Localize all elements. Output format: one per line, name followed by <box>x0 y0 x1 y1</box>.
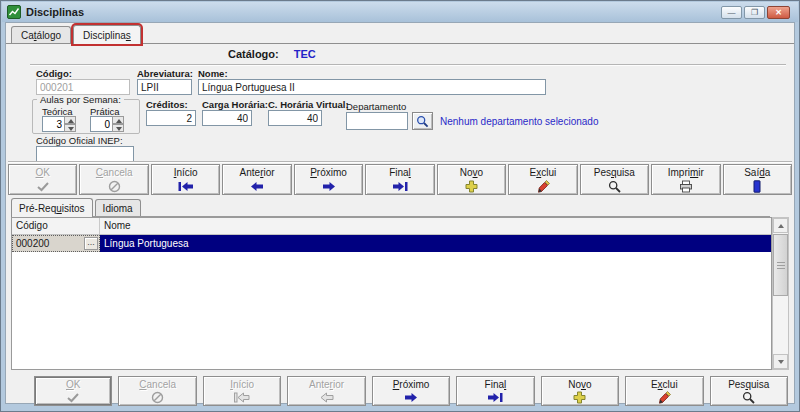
button-label: Cancela <box>96 167 133 179</box>
nome-field[interactable] <box>198 79 546 95</box>
dialog-body: CatálogoDisciplinas Catálogo: TEC Código… <box>5 22 795 404</box>
button-label: Saída <box>744 167 770 179</box>
window-title: Disciplinas <box>26 6 84 18</box>
button-label: Próximo <box>310 167 347 179</box>
toolbar-bottom: OKCancelaInícioAnteriorPróximoFinalNovoE… <box>34 376 788 406</box>
maximize-button[interactable]: ❐ <box>744 6 765 19</box>
spin-up-button[interactable] <box>112 116 124 124</box>
imprimir-button[interactable]: Imprimir <box>651 164 720 195</box>
novo-button[interactable]: Novo <box>437 164 506 195</box>
print-icon <box>679 179 693 193</box>
ok-button[interactable]: OK <box>34 376 112 406</box>
tab-disciplinas[interactable]: Disciplinas <box>73 25 141 44</box>
subtab-strip: Pré-RequisitosIdioma <box>11 198 770 217</box>
proximo-button[interactable]: Próximo <box>372 376 450 406</box>
final-button[interactable]: Final <box>456 376 534 406</box>
tab-catalogo[interactable]: Catálogo <box>11 26 71 43</box>
codigo-field[interactable] <box>36 79 130 95</box>
novo-button[interactable]: Novo <box>541 376 619 406</box>
button-label: Início <box>174 167 198 179</box>
button-label: Exclui <box>651 379 678 391</box>
final-button[interactable]: Final <box>365 164 434 195</box>
nome-label: Nome: <box>198 68 228 79</box>
column-header-nome: Nome <box>100 218 771 234</box>
button-label: Início <box>230 379 254 391</box>
titlebar: Disciplinas —❐✕ <box>2 2 798 22</box>
carga-horaria-field[interactable] <box>202 110 252 126</box>
vertical-scrollbar[interactable] <box>772 217 789 370</box>
teorica-spinner <box>42 116 76 132</box>
cancela-button[interactable]: Cancela <box>118 376 196 406</box>
next-icon <box>404 391 418 405</box>
button-label: Novo <box>460 167 483 179</box>
departamento-label: Departamento <box>346 101 406 112</box>
divider <box>8 161 792 163</box>
cancel-icon <box>151 391 164 405</box>
codigo-inep-field[interactable] <box>36 146 134 162</box>
codigo-inep-label: Código Oficial INEP: <box>36 135 123 146</box>
scroll-up-button[interactable] <box>773 218 788 233</box>
button-label: Novo <box>568 379 591 391</box>
catalog-value: TEC <box>294 48 316 60</box>
departamento-field[interactable] <box>346 112 408 130</box>
spin-up-button[interactable] <box>64 116 76 124</box>
tab-idioma[interactable]: Idioma <box>95 199 141 216</box>
codigo-cell[interactable]: 000200... <box>12 235 100 252</box>
scroll-down-button[interactable] <box>773 354 788 369</box>
main-tab-strip: CatálogoDisciplinas <box>6 25 794 44</box>
catalog-line: Catálogo: TEC <box>228 48 316 60</box>
button-label: Anterior <box>240 167 275 179</box>
departamento-status: Nenhum departamento selecionado <box>440 116 598 127</box>
next-icon <box>322 179 336 193</box>
button-label: Anterior <box>309 379 344 391</box>
minimize-button[interactable]: — <box>721 6 742 19</box>
cancela-button[interactable]: Cancela <box>79 164 148 195</box>
tab-pre-requisitos[interactable]: Pré-Requisitos <box>11 198 93 217</box>
anterior-button[interactable]: Anterior <box>287 376 365 406</box>
divider <box>30 64 786 66</box>
ok-button[interactable]: OK <box>8 164 77 195</box>
plus-icon <box>573 391 586 405</box>
pesquisa-button[interactable]: Pesquisa <box>710 376 788 406</box>
spin-down-button[interactable] <box>112 124 124 132</box>
button-label: Final <box>389 167 411 179</box>
prerequisitos-table: Código Nome 000200...Língua Portuguesa <box>11 217 772 370</box>
search-icon <box>742 391 755 405</box>
pratica-spinner <box>90 116 124 132</box>
catalog-label: Catálogo: <box>228 48 279 60</box>
pencil-icon <box>536 179 550 193</box>
search-icon <box>608 179 621 193</box>
table-row[interactable]: 000200...Língua Portuguesa <box>12 235 771 252</box>
scroll-thumb[interactable] <box>773 234 788 296</box>
inicio-button[interactable]: Início <box>151 164 220 195</box>
button-label: Exclui <box>530 167 557 179</box>
exclui-button[interactable]: Exclui <box>625 376 703 406</box>
c-horaria-virtual-field[interactable] <box>268 110 322 126</box>
button-label: Pesquisa <box>728 379 769 391</box>
table-header: Código Nome <box>12 218 771 235</box>
departamento-search-button[interactable] <box>412 112 433 130</box>
button-label: Cancela <box>139 379 176 391</box>
window-controls: —❐✕ <box>721 6 790 19</box>
button-label: Imprimir <box>668 167 704 179</box>
carga-horaria-label: Carga Horária: <box>202 99 268 110</box>
creditos-field[interactable] <box>146 110 196 126</box>
proximo-button[interactable]: Próximo <box>294 164 363 195</box>
app-icon <box>7 5 21 19</box>
pesquisa-button[interactable]: Pesquisa <box>580 164 649 195</box>
check-icon <box>36 179 50 193</box>
spin-down-button[interactable] <box>64 124 76 132</box>
button-label: Próximo <box>393 379 430 391</box>
inicio-button[interactable]: Início <box>203 376 281 406</box>
ellipsis-button[interactable]: ... <box>84 237 98 250</box>
close-button[interactable]: ✕ <box>767 6 790 19</box>
codigo-value: 000200 <box>16 238 49 249</box>
abreviatura-field[interactable] <box>137 79 192 95</box>
teorica-value[interactable] <box>42 116 64 132</box>
exclui-button[interactable]: Exclui <box>508 164 577 195</box>
prev-icon <box>320 391 334 405</box>
codigo-label: Código: <box>36 68 72 79</box>
anterior-button[interactable]: Anterior <box>222 164 291 195</box>
saida-button[interactable]: Saída <box>723 164 792 195</box>
pratica-value[interactable] <box>90 116 112 132</box>
